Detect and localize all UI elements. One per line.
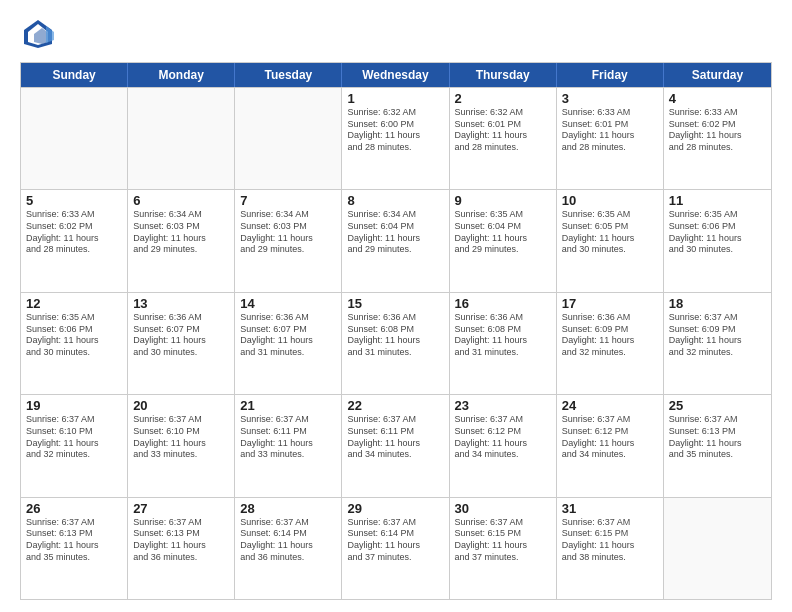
calendar-row-2: 12Sunrise: 6:35 AMSunset: 6:06 PMDayligh… bbox=[21, 292, 771, 394]
day-number: 25 bbox=[669, 398, 766, 413]
day-number: 15 bbox=[347, 296, 443, 311]
calendar-cell: 6Sunrise: 6:34 AMSunset: 6:03 PMDaylight… bbox=[128, 190, 235, 291]
day-number: 6 bbox=[133, 193, 229, 208]
cell-line: Daylight: 11 hours bbox=[562, 438, 658, 450]
cell-line: Sunrise: 6:37 AM bbox=[669, 312, 766, 324]
cell-line: Daylight: 11 hours bbox=[133, 540, 229, 552]
cell-line: Sunset: 6:01 PM bbox=[562, 119, 658, 131]
day-number: 30 bbox=[455, 501, 551, 516]
calendar-cell: 18Sunrise: 6:37 AMSunset: 6:09 PMDayligh… bbox=[664, 293, 771, 394]
cell-line: and 30 minutes. bbox=[133, 347, 229, 359]
cell-line: Sunrise: 6:34 AM bbox=[347, 209, 443, 221]
cell-line: and 34 minutes. bbox=[455, 449, 551, 461]
cell-line: Sunrise: 6:36 AM bbox=[133, 312, 229, 324]
cell-line: and 31 minutes. bbox=[455, 347, 551, 359]
svg-marker-3 bbox=[46, 26, 54, 43]
cell-line: and 30 minutes. bbox=[562, 244, 658, 256]
cell-line: Sunset: 6:09 PM bbox=[669, 324, 766, 336]
cell-line: Sunrise: 6:37 AM bbox=[669, 414, 766, 426]
cell-line: Daylight: 11 hours bbox=[133, 335, 229, 347]
day-number: 13 bbox=[133, 296, 229, 311]
day-number: 31 bbox=[562, 501, 658, 516]
cell-line: Daylight: 11 hours bbox=[26, 540, 122, 552]
cell-line: Daylight: 11 hours bbox=[240, 540, 336, 552]
calendar-cell: 20Sunrise: 6:37 AMSunset: 6:10 PMDayligh… bbox=[128, 395, 235, 496]
cell-line: Sunrise: 6:34 AM bbox=[133, 209, 229, 221]
cell-line: Sunrise: 6:37 AM bbox=[240, 517, 336, 529]
calendar-cell: 9Sunrise: 6:35 AMSunset: 6:04 PMDaylight… bbox=[450, 190, 557, 291]
day-number: 12 bbox=[26, 296, 122, 311]
day-number: 11 bbox=[669, 193, 766, 208]
calendar-cell: 27Sunrise: 6:37 AMSunset: 6:13 PMDayligh… bbox=[128, 498, 235, 599]
cell-line: Daylight: 11 hours bbox=[133, 438, 229, 450]
cell-line: and 28 minutes. bbox=[26, 244, 122, 256]
day-number: 1 bbox=[347, 91, 443, 106]
cell-line: and 32 minutes. bbox=[669, 347, 766, 359]
cell-line: and 33 minutes. bbox=[240, 449, 336, 461]
calendar-cell: 30Sunrise: 6:37 AMSunset: 6:15 PMDayligh… bbox=[450, 498, 557, 599]
cell-line: Sunset: 6:02 PM bbox=[26, 221, 122, 233]
cell-line: Sunset: 6:05 PM bbox=[562, 221, 658, 233]
cell-line: Sunrise: 6:36 AM bbox=[347, 312, 443, 324]
calendar-cell: 23Sunrise: 6:37 AMSunset: 6:12 PMDayligh… bbox=[450, 395, 557, 496]
cell-line: Daylight: 11 hours bbox=[455, 130, 551, 142]
calendar-cell: 16Sunrise: 6:36 AMSunset: 6:08 PMDayligh… bbox=[450, 293, 557, 394]
cell-line: Sunset: 6:06 PM bbox=[669, 221, 766, 233]
cell-line: Daylight: 11 hours bbox=[669, 130, 766, 142]
cell-line: and 29 minutes. bbox=[347, 244, 443, 256]
logo-icon bbox=[20, 16, 56, 52]
cell-line: Sunset: 6:09 PM bbox=[562, 324, 658, 336]
cell-line: Sunset: 6:01 PM bbox=[455, 119, 551, 131]
day-number: 9 bbox=[455, 193, 551, 208]
cell-line: and 29 minutes. bbox=[455, 244, 551, 256]
cell-line: and 32 minutes. bbox=[26, 449, 122, 461]
calendar: SundayMondayTuesdayWednesdayThursdayFrid… bbox=[20, 62, 772, 600]
cell-line: Sunrise: 6:37 AM bbox=[133, 414, 229, 426]
day-number: 3 bbox=[562, 91, 658, 106]
cell-line: Sunrise: 6:37 AM bbox=[562, 414, 658, 426]
calendar-row-1: 5Sunrise: 6:33 AMSunset: 6:02 PMDaylight… bbox=[21, 189, 771, 291]
cell-line: Sunset: 6:03 PM bbox=[240, 221, 336, 233]
day-number: 14 bbox=[240, 296, 336, 311]
calendar-row-3: 19Sunrise: 6:37 AMSunset: 6:10 PMDayligh… bbox=[21, 394, 771, 496]
calendar-cell: 25Sunrise: 6:37 AMSunset: 6:13 PMDayligh… bbox=[664, 395, 771, 496]
calendar-header: SundayMondayTuesdayWednesdayThursdayFrid… bbox=[21, 63, 771, 87]
cell-line: and 38 minutes. bbox=[562, 552, 658, 564]
day-number: 19 bbox=[26, 398, 122, 413]
cell-line: and 28 minutes. bbox=[669, 142, 766, 154]
cell-line: Sunset: 6:08 PM bbox=[455, 324, 551, 336]
cell-line: Sunrise: 6:36 AM bbox=[562, 312, 658, 324]
cell-line: Daylight: 11 hours bbox=[347, 130, 443, 142]
cell-line: Sunset: 6:15 PM bbox=[562, 528, 658, 540]
cell-line: and 29 minutes. bbox=[240, 244, 336, 256]
page: SundayMondayTuesdayWednesdayThursdayFrid… bbox=[0, 0, 792, 612]
cell-line: Sunrise: 6:35 AM bbox=[562, 209, 658, 221]
cell-line: Daylight: 11 hours bbox=[347, 540, 443, 552]
header-day-saturday: Saturday bbox=[664, 63, 771, 87]
cell-line: and 31 minutes. bbox=[240, 347, 336, 359]
calendar-cell: 29Sunrise: 6:37 AMSunset: 6:14 PMDayligh… bbox=[342, 498, 449, 599]
day-number: 10 bbox=[562, 193, 658, 208]
cell-line: and 37 minutes. bbox=[347, 552, 443, 564]
calendar-cell: 17Sunrise: 6:36 AMSunset: 6:09 PMDayligh… bbox=[557, 293, 664, 394]
cell-line: Daylight: 11 hours bbox=[347, 233, 443, 245]
cell-line: Sunset: 6:11 PM bbox=[240, 426, 336, 438]
calendar-cell: 31Sunrise: 6:37 AMSunset: 6:15 PMDayligh… bbox=[557, 498, 664, 599]
cell-line: Daylight: 11 hours bbox=[26, 233, 122, 245]
cell-line: Daylight: 11 hours bbox=[562, 130, 658, 142]
cell-line: Sunrise: 6:37 AM bbox=[26, 414, 122, 426]
day-number: 21 bbox=[240, 398, 336, 413]
calendar-cell: 1Sunrise: 6:32 AMSunset: 6:00 PMDaylight… bbox=[342, 88, 449, 189]
cell-line: and 35 minutes. bbox=[669, 449, 766, 461]
cell-line: and 37 minutes. bbox=[455, 552, 551, 564]
cell-line: Sunset: 6:13 PM bbox=[26, 528, 122, 540]
day-number: 8 bbox=[347, 193, 443, 208]
calendar-cell: 26Sunrise: 6:37 AMSunset: 6:13 PMDayligh… bbox=[21, 498, 128, 599]
cell-line: Sunset: 6:13 PM bbox=[669, 426, 766, 438]
day-number: 20 bbox=[133, 398, 229, 413]
calendar-row-4: 26Sunrise: 6:37 AMSunset: 6:13 PMDayligh… bbox=[21, 497, 771, 599]
cell-line: Sunset: 6:03 PM bbox=[133, 221, 229, 233]
cell-line: Sunrise: 6:33 AM bbox=[669, 107, 766, 119]
cell-line: Sunrise: 6:37 AM bbox=[347, 414, 443, 426]
calendar-cell: 21Sunrise: 6:37 AMSunset: 6:11 PMDayligh… bbox=[235, 395, 342, 496]
